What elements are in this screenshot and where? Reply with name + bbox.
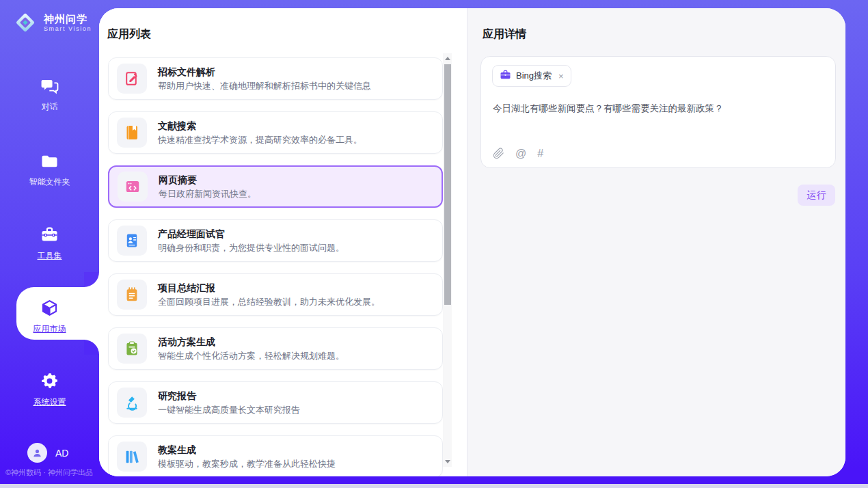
app-card-desc: 模板驱动，教案秒成，教学准备从此轻松快捷 <box>158 459 336 470</box>
app-card[interactable]: 教案生成 模板驱动，教案秒成，教学准备从此轻松快捷 <box>108 435 443 476</box>
app-card-title: 教案生成 <box>158 444 336 455</box>
app-card-desc: 明确身份和职责，为您提供专业性的面试问题。 <box>158 243 344 254</box>
app-card-title: 网页摘要 <box>159 174 256 185</box>
tool-tag-close-icon[interactable]: × <box>558 71 564 81</box>
scroll-up-arrow-icon[interactable] <box>445 57 450 60</box>
app-card-title: 研究报告 <box>158 390 300 401</box>
app-card-desc: 每日政府新闻资讯快查。 <box>159 189 256 200</box>
sidebar-item-app-market[interactable]: 应用市场 <box>0 299 99 335</box>
app-card-desc: 全面回顾项目进展，总结经验教训，助力未来优化发展。 <box>158 297 380 308</box>
brand-tagline: Smart Vision <box>44 25 92 32</box>
scroll-down-arrow-icon[interactable] <box>445 460 450 463</box>
app-card-list: 招标文件解析 帮助用户快速、准确地理解和解析招标书中的关键信息 文献搜索 快速精… <box>108 57 443 476</box>
user-initials: AD <box>55 448 68 459</box>
cube-icon <box>40 308 59 319</box>
books-icon <box>117 442 147 472</box>
active-nav-bump-fillet-bottom <box>84 340 99 355</box>
book-icon <box>117 118 147 148</box>
sidebar-item-label: 工具集 <box>0 250 99 262</box>
document-pen-icon <box>117 64 147 94</box>
briefcase-icon <box>500 69 511 83</box>
tool-tag-bing-search[interactable]: Bing搜索 × <box>492 65 571 87</box>
app-card-title: 产品经理面试官 <box>158 228 344 239</box>
app-card-desc: 一键智能生成高质量长文本研究报告 <box>158 405 300 416</box>
app-card-desc: 帮助用户快速、准确地理解和解析招标书中的关键信息 <box>158 81 371 92</box>
brand-logo: 神州问学 Smart Vision <box>11 8 92 37</box>
avatar <box>27 443 47 463</box>
sidebar-item-smart-folder[interactable]: 智能文件夹 <box>0 152 99 188</box>
app-card-title: 招标文件解析 <box>158 66 371 77</box>
app-window: 神州问学 Smart Vision 对话 智能文件夹 工具集 应用市场 系统设置… <box>0 0 868 488</box>
sidebar-item-label: 系统设置 <box>0 396 99 408</box>
person-icon <box>31 447 43 459</box>
user-account[interactable]: AD <box>27 443 68 463</box>
sidebar-item-label: 对话 <box>0 101 99 113</box>
app-card-desc: 智能生成个性化活动方案，轻松解决规划难题。 <box>158 351 344 362</box>
bottom-edge-strip <box>0 484 868 488</box>
app-card-title: 活动方案生成 <box>158 336 344 347</box>
composer-toolbar: @ # <box>493 148 543 159</box>
app-detail-panel: 应用详情 Bing搜索 × 今日湖北有哪些新闻要点？有哪些需要关注的最新政策？ … <box>467 8 845 476</box>
app-card-title: 项目总结汇报 <box>158 282 380 293</box>
paperclip-icon[interactable] <box>493 148 504 159</box>
app-card[interactable]: 研究报告 一键智能生成高质量长文本研究报告 <box>108 381 443 424</box>
toolbox-icon <box>40 234 59 246</box>
at-mention-icon[interactable]: @ <box>515 148 526 159</box>
scrollbar[interactable] <box>443 53 452 467</box>
diamond-logo-icon <box>11 8 40 37</box>
app-card[interactable]: 活动方案生成 智能生成个性化活动方案，轻松解决规划难题。 <box>108 327 443 370</box>
app-detail-title: 应用详情 <box>483 27 526 42</box>
run-button[interactable]: 运行 <box>798 185 835 206</box>
browser-icon <box>118 172 148 202</box>
folder-icon <box>40 161 59 172</box>
app-card[interactable]: 招标文件解析 帮助用户快速、准确地理解和解析招标书中的关键信息 <box>108 57 443 100</box>
microscope-icon <box>117 388 147 418</box>
prompt-card[interactable]: Bing搜索 × 今日湖北有哪些新闻要点？有哪些需要关注的最新政策？ @ # <box>480 56 836 168</box>
interview-icon <box>117 226 147 256</box>
hash-icon[interactable]: # <box>537 148 543 159</box>
app-card-title: 文献搜索 <box>158 120 362 131</box>
chat-icon <box>40 85 59 97</box>
app-card[interactable]: 项目总结汇报 全面回顾项目进展，总结经验教训，助力未来优化发展。 <box>108 273 443 316</box>
app-card-desc: 快速精准查找学术资源，提高研究效率的必备工具。 <box>158 135 362 146</box>
sidebar-item-chat[interactable]: 对话 <box>0 77 99 113</box>
content-frame: 应用列表 招标文件解析 帮助用户快速、准确地理解和解析招标书中的关键信息 文献搜… <box>99 8 845 476</box>
copyright-footer: ©神州数码 · 神州问学出品 <box>5 467 93 478</box>
sidebar-item-toolset[interactable]: 工具集 <box>0 226 99 262</box>
app-list-panel: 应用列表 招标文件解析 帮助用户快速、准确地理解和解析招标书中的关键信息 文献搜… <box>99 8 467 476</box>
app-card[interactable]: 网页摘要 每日政府新闻资讯快查。 <box>108 165 443 208</box>
active-nav-bump-fillet-top <box>84 272 99 287</box>
prompt-input[interactable]: 今日湖北有哪些新闻要点？有哪些需要关注的最新政策？ <box>493 102 824 115</box>
app-card[interactable]: 产品经理面试官 明确身份和职责，为您提供专业性的面试问题。 <box>108 219 443 262</box>
gear-icon <box>40 381 59 392</box>
app-list-title: 应用列表 <box>107 27 151 42</box>
sidebar-item-system-settings[interactable]: 系统设置 <box>0 372 99 408</box>
notepad-icon <box>117 280 147 310</box>
scrollbar-thumb[interactable] <box>444 64 451 305</box>
sidebar-item-label: 应用市场 <box>0 323 99 335</box>
app-card[interactable]: 文献搜索 快速精准查找学术资源，提高研究效率的必备工具。 <box>108 111 443 154</box>
clipboard-check-icon <box>117 334 147 364</box>
sidebar-item-label: 智能文件夹 <box>0 176 99 188</box>
brand-name: 神州问学 <box>44 13 92 25</box>
tool-tag-label: Bing搜索 <box>516 70 552 82</box>
